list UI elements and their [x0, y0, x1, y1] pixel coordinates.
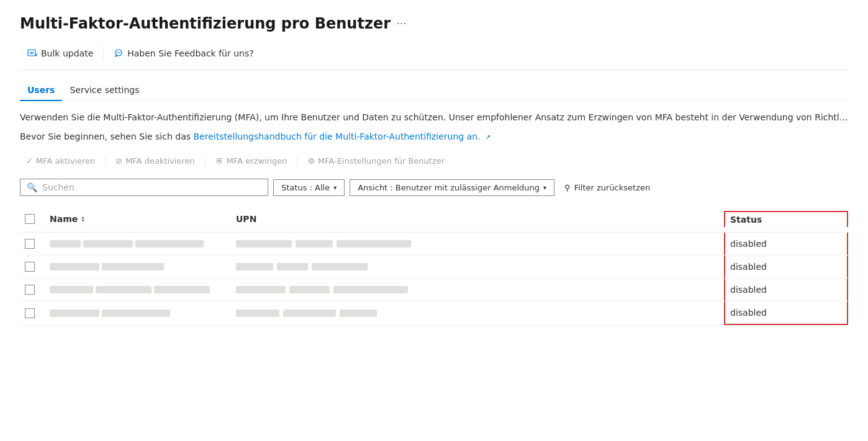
row-4-checkbox[interactable] — [25, 308, 35, 318]
mfa-activate-button[interactable]: ✓ MFA aktivieren — [20, 153, 101, 169]
bulk-update-label: Bulk update — [41, 48, 93, 58]
deployment-guide-link[interactable]: Bereitstellungshandbuch für die Multi-Fa… — [194, 131, 491, 141]
row-1-status-cell: disabled — [724, 233, 848, 255]
row-1-status: disabled — [730, 239, 767, 249]
status-filter-label: Status : Alle — [281, 183, 330, 192]
svg-rect-0 — [28, 50, 35, 56]
skeleton — [289, 286, 330, 293]
reset-filter-label: Filter zurücksetzen — [574, 183, 651, 192]
header-checkbox[interactable] — [25, 214, 35, 224]
mfa-settings-button[interactable]: ⚙ MFA-Einstellungen für Benutzer — [301, 153, 451, 169]
row-3-status: disabled — [730, 285, 767, 295]
action-bar: ✓ MFA aktivieren ⊘ MFA deaktivieren ⛨ MF… — [20, 153, 848, 169]
th-status: Status — [724, 211, 848, 227]
skeleton — [102, 263, 164, 270]
skeleton — [340, 310, 377, 317]
toolbar-separator — [103, 46, 104, 61]
row-3-upn-cell — [231, 280, 724, 300]
row-2-checkbox[interactable] — [25, 262, 35, 272]
row-1-name-cell — [45, 234, 231, 254]
gear-icon: ⚙ — [307, 156, 315, 166]
skeleton — [236, 310, 279, 317]
filter-row: 🔍 Status : Alle ▾ Ansicht : Benutzer mit… — [20, 179, 848, 196]
toolbar: Bulk update Haben Sie Feedback für uns? — [20, 45, 848, 70]
feedback-icon — [114, 48, 124, 58]
bulk-update-icon — [27, 48, 37, 58]
action-sep-3 — [297, 156, 297, 167]
mfa-enforce-button[interactable]: ⛨ MFA erzwingen — [209, 153, 294, 169]
row-4-upn-cell — [231, 303, 724, 323]
svg-point-6 — [119, 52, 120, 53]
page-title: Multi-Faktor-Authentifizierung pro Benut… — [20, 15, 848, 32]
skeleton — [83, 240, 133, 247]
sort-icon[interactable]: ↕ — [80, 216, 85, 223]
table-row: disabled — [20, 256, 848, 278]
status-filter-chevron: ▾ — [333, 184, 337, 191]
skeleton — [50, 240, 81, 247]
table: Name ↕ UPN Status — [20, 206, 848, 326]
tab-users[interactable]: Users — [20, 80, 62, 101]
row-3-name-cell — [45, 280, 231, 300]
table-header: Name ↕ UPN Status — [20, 206, 848, 233]
th-upn: UPN — [231, 211, 724, 227]
svg-point-4 — [117, 52, 118, 53]
skeleton — [50, 286, 93, 293]
row-3-checkbox[interactable] — [25, 285, 35, 295]
view-filter-button[interactable]: Ansicht : Benutzer mit zulässiger Anmeld… — [350, 179, 554, 196]
ban-icon: ⊘ — [115, 156, 122, 166]
filter-reset-icon: ⚲ — [564, 183, 571, 192]
row-4-status-cell: disabled — [724, 301, 848, 325]
feedback-button[interactable]: Haben Sie Feedback für uns? — [106, 45, 261, 62]
skeleton — [102, 310, 170, 317]
description-link-line: Bevor Sie beginnen, sehen Sie sich das B… — [20, 130, 848, 143]
feedback-label: Haben Sie Feedback für uns? — [127, 48, 253, 58]
status-filter-button[interactable]: Status : Alle ▾ — [273, 179, 345, 196]
skeleton — [154, 286, 210, 293]
description-text: Verwenden Sie die Multi-Faktor-Authentif… — [20, 111, 848, 124]
table-row: disabled — [20, 301, 848, 326]
search-box[interactable]: 🔍 — [20, 179, 268, 196]
tabs-container: Users Service settings — [20, 80, 848, 101]
action-sep-1 — [105, 156, 106, 167]
bulk-update-button[interactable]: Bulk update — [20, 45, 101, 62]
skeleton — [333, 286, 408, 293]
table-row: disabled — [20, 233, 848, 256]
reset-filter-button[interactable]: ⚲ Filter zurücksetzen — [559, 180, 655, 195]
skeleton — [337, 240, 411, 247]
row-4-status: disabled — [730, 308, 767, 318]
skeleton — [135, 240, 204, 247]
skeleton — [236, 240, 292, 247]
page-title-ellipsis[interactable]: ··· — [397, 18, 406, 30]
row-4-checkbox-cell — [20, 302, 45, 324]
shield-icon: ⛨ — [215, 156, 224, 166]
th-name: Name ↕ — [45, 211, 231, 227]
skeleton — [96, 286, 151, 293]
th-checkbox — [20, 211, 45, 227]
view-filter-label: Ansicht : Benutzer mit zulässiger Anmeld… — [358, 183, 540, 192]
row-1-checkbox[interactable] — [25, 239, 35, 249]
row-2-status-cell: disabled — [724, 256, 848, 278]
row-4-name-cell — [45, 303, 231, 323]
skeleton — [296, 240, 333, 247]
mfa-deactivate-button[interactable]: ⊘ MFA deaktivieren — [109, 153, 201, 169]
skeleton — [50, 310, 99, 317]
page-title-text: Multi-Faktor-Authentifizierung pro Benut… — [20, 15, 391, 32]
row-1-checkbox-cell — [20, 233, 45, 255]
view-filter-chevron: ▾ — [543, 184, 546, 191]
row-3-checkbox-cell — [20, 278, 45, 301]
tab-service-settings[interactable]: Service settings — [62, 80, 147, 101]
row-3-status-cell: disabled — [724, 278, 848, 301]
skeleton — [312, 263, 368, 270]
skeleton — [236, 286, 286, 293]
svg-point-5 — [118, 52, 119, 53]
table-row: disabled — [20, 278, 848, 301]
skeleton — [277, 263, 308, 270]
external-link-icon: ↗ — [485, 133, 491, 141]
skeleton — [50, 263, 99, 270]
row-2-upn-cell — [231, 257, 724, 277]
search-input[interactable] — [42, 182, 261, 192]
action-sep-2 — [205, 156, 206, 167]
row-1-upn-cell — [231, 234, 724, 254]
search-icon: 🔍 — [27, 182, 37, 192]
skeleton — [236, 263, 273, 270]
